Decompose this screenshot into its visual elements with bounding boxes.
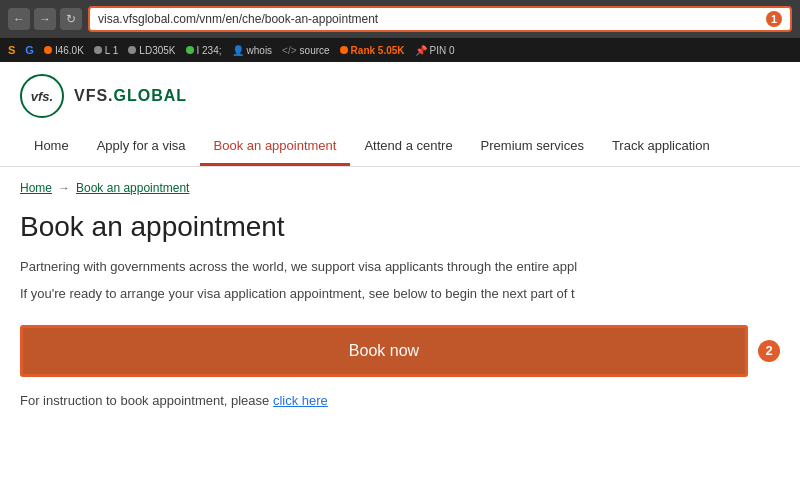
nav-apply-visa[interactable]: Apply for a visa [83,128,200,166]
ext-pin: 📌 PIN 0 [415,45,455,56]
browser-nav-buttons[interactable]: ← → ↻ [8,8,82,30]
badge-2: 2 [758,340,780,362]
nav-attend-centre[interactable]: Attend a centre [350,128,466,166]
breadcrumb-current[interactable]: Book an appointment [76,181,189,195]
logo-global-text: GLOBAL [114,87,188,104]
breadcrumb: Home → Book an appointment [20,181,780,195]
nav-track[interactable]: Track application [598,128,724,166]
main-content: Home → Book an appointment Book an appoi… [0,167,800,422]
ext-ld: LD305K [128,45,175,56]
page-desc-1: Partnering with governments across the w… [20,257,780,278]
page-desc-2: If you're ready to arrange your visa app… [20,284,780,305]
logo-circle: vfs. [20,74,64,118]
extensions-bar: S G I46.0K L 1 LD305K I 234; 👤 whois </>… [0,38,800,62]
logo-brand-text: VFS.GLOBAL [74,87,187,105]
main-nav: Home Apply for a visa Book an appointmen… [20,128,780,166]
reload-button[interactable]: ↻ [60,8,82,30]
logo-area: vfs. VFS.GLOBAL [20,74,780,128]
nav-premium[interactable]: Premium services [467,128,598,166]
badge-1: 1 [766,11,782,27]
ext-46k: I46.0K [44,45,84,56]
ext-rank: Rank 5.05K [340,45,405,56]
logo-vfs-text: vfs. [31,89,53,104]
back-button[interactable]: ← [8,8,30,30]
website-content: vfs. VFS.GLOBAL Home Apply for a visa Bo… [0,62,800,422]
click-here-link[interactable]: click here [273,393,328,408]
nav-book-appointment[interactable]: Book an appointment [200,128,351,166]
nav-home[interactable]: Home [20,128,83,166]
browser-chrome: ← → ↻ visa.vfsglobal.com/vnm/en/che/book… [0,0,800,38]
ext-l1: L 1 [94,45,119,56]
site-header: vfs. VFS.GLOBAL Home Apply for a visa Bo… [0,62,800,167]
breadcrumb-home[interactable]: Home [20,181,52,195]
page-title: Book an appointment [20,211,780,243]
address-bar-container: visa.vfsglobal.com/vnm/en/che/book-an-ap… [88,6,792,32]
book-now-container: Book now 2 [20,325,780,377]
url-text: visa.vfsglobal.com/vnm/en/che/book-an-ap… [98,12,378,26]
ext-234: I 234; [186,45,222,56]
forward-button[interactable]: → [34,8,56,30]
ext-whois: 👤 whois [232,45,273,56]
ext-g: G [25,44,34,56]
book-now-button[interactable]: Book now [20,325,748,377]
ext-squarespace: S [8,44,15,56]
breadcrumb-arrow: → [58,181,70,195]
footer-instruction: For instruction to book appointment, ple… [20,393,780,408]
address-bar[interactable]: visa.vfsglobal.com/vnm/en/che/book-an-ap… [88,6,792,32]
ext-source: </> source [282,45,329,56]
footer-instruction-text: For instruction to book appointment, ple… [20,393,273,408]
